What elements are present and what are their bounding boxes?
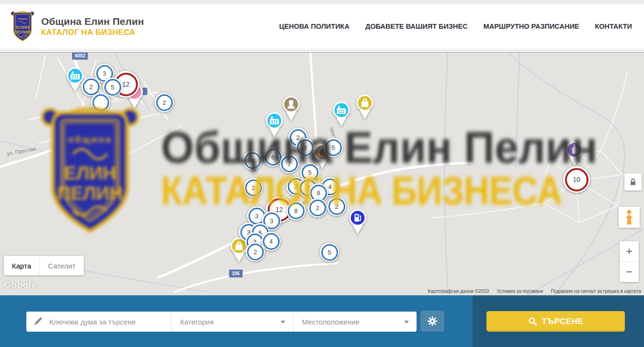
map-type-control: Карта Сателит: [4, 256, 84, 275]
nav-item[interactable]: ДОБАВЕТЕ ВАШИЯТ БИЗНЕС: [365, 22, 468, 30]
cluster-marker[interactable]: 4: [243, 151, 262, 170]
cluster-marker[interactable]: 10: [563, 166, 590, 193]
search-button[interactable]: ТЪРСЕНЕ: [486, 311, 625, 332]
cluster-marker[interactable]: 2: [155, 93, 174, 112]
chevron-down-icon: [404, 321, 409, 324]
nav-item[interactable]: ЦЕНОВА ПОЛИТИКА: [279, 22, 350, 30]
search-bar: Категория Местоположение: [0, 295, 644, 347]
category-select[interactable]: Категория: [171, 312, 293, 332]
main-nav: ЦЕНОВА ПОЛИТИКАДОБАВЕТЕ ВАШИЯТ БИЗНЕСМАР…: [279, 4, 632, 49]
zoom-out-button[interactable]: −: [620, 262, 639, 282]
cluster-marker[interactable]: 2: [308, 198, 327, 217]
report-map-error-link[interactable]: Подаване на сигнал за грешка в картата: [551, 289, 641, 294]
page-top-strip: [0, 0, 644, 4]
map-type-map-button[interactable]: Карта: [4, 256, 39, 275]
gear-icon: [427, 315, 438, 327]
nav-item[interactable]: КОНТАКТИ: [595, 22, 632, 30]
cluster-marker[interactable]: 4: [261, 232, 281, 251]
pencil-icon: [33, 317, 43, 326]
lock-button[interactable]: [624, 173, 642, 190]
map-canvas[interactable]: ул. Преславбул. „Новоселции“ 6002105: [0, 53, 644, 295]
terms-of-use-link[interactable]: Условия за ползване: [497, 289, 543, 294]
cluster-marker[interactable]: 5: [320, 243, 339, 262]
street-view-pegman-button[interactable]: [619, 207, 640, 228]
business-pin-bag[interactable]: [354, 93, 375, 120]
site-title: Община Елин Пелин: [41, 16, 144, 27]
keyword-search-input[interactable]: [48, 317, 171, 326]
advanced-settings-button[interactable]: [420, 311, 444, 332]
site-subtitle: КАТАЛОГ НА БИЗНЕСА: [41, 28, 144, 37]
map-data-copyright: Картографски данни ©2019: [428, 289, 489, 294]
header-divider: [0, 49, 644, 53]
location-select[interactable]: Местоположение: [293, 312, 417, 332]
nav-item[interactable]: МАРШРУТНО РАЗПИСАНИЕ: [484, 22, 579, 30]
cluster-marker[interactable]: 2: [327, 197, 346, 216]
zoom-in-button[interactable]: +: [620, 241, 639, 262]
road-badge: 6002: [72, 53, 88, 60]
header: община ЕЛИН ПЕЛИН Община Елин Пелин КАТА…: [0, 4, 644, 49]
business-pin-church[interactable]: [564, 140, 585, 167]
cluster-marker[interactable]: 2: [244, 178, 263, 197]
business-pin-fuel[interactable]: [347, 208, 368, 235]
google-logo[interactable]: Google: [4, 280, 36, 290]
crest-name-line1: ЕЛИН: [16, 24, 29, 30]
cluster-marker[interactable]: 3: [295, 138, 315, 157]
cluster-marker[interactable]: 5: [103, 78, 122, 97]
municipality-crest-logo: община ЕЛИН ПЕЛИН: [11, 10, 34, 43]
cluster-marker[interactable]: 7: [280, 154, 299, 173]
crest-org-text: община: [18, 17, 28, 20]
search-box: Категория Местоположение: [26, 312, 417, 332]
business-pin-factory[interactable]: [331, 101, 352, 127]
road-badge: 105: [229, 269, 243, 278]
cluster-marker[interactable]: 8: [286, 201, 305, 220]
pegman-icon: [623, 209, 635, 225]
cluster-marker[interactable]: 5: [324, 138, 343, 157]
business-pin-worker[interactable]: [281, 95, 302, 122]
map-attribution: Картографски данни ©2019 Условия за полз…: [428, 289, 641, 294]
crest-name-line2: ПЕЛИН: [14, 29, 31, 34]
cluster-marker[interactable]: [91, 93, 110, 112]
zoom-control: + −: [620, 241, 639, 282]
cluster-marker[interactable]: 2: [246, 242, 265, 261]
lock-icon: [628, 177, 638, 187]
keyword-field-section: [26, 312, 171, 332]
map-type-satellite-button[interactable]: Сателит: [39, 256, 84, 275]
chevron-down-icon: [281, 321, 285, 324]
brand[interactable]: община ЕЛИН ПЕЛИН Община Елин Пелин КАТА…: [11, 10, 144, 43]
search-icon: [528, 317, 537, 326]
